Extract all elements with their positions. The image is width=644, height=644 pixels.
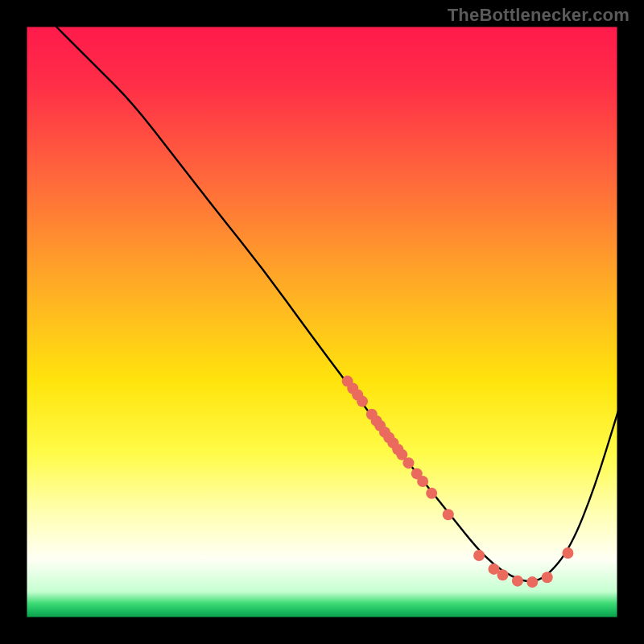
data-point bbox=[417, 476, 428, 487]
data-point bbox=[497, 569, 508, 580]
data-point bbox=[426, 488, 437, 499]
watermark-text: TheBottlenecker.com bbox=[448, 5, 630, 26]
data-point bbox=[443, 509, 454, 520]
data-point bbox=[402, 457, 414, 469]
data-point bbox=[473, 550, 485, 561]
data-point bbox=[542, 572, 553, 583]
data-point bbox=[357, 396, 368, 407]
data-point bbox=[526, 576, 538, 588]
gradient-background bbox=[26, 26, 618, 618]
data-point bbox=[562, 547, 573, 559]
bottleneck-chart bbox=[0, 0, 644, 644]
chart-container: TheBottlenecker.com bbox=[0, 0, 644, 644]
data-point bbox=[512, 576, 523, 587]
